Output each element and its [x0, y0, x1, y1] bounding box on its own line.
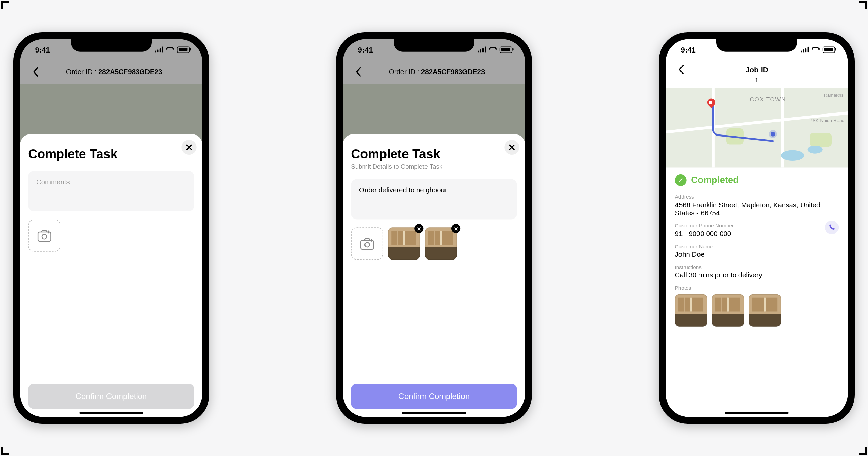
battery-icon: [823, 46, 835, 53]
phone-label: Customer Phone Number: [675, 223, 734, 229]
job-details-body: ✓ Completed Address 4568 Franklin Street…: [666, 168, 848, 336]
sheet-subtitle: Submit Details to Complete Task: [351, 163, 517, 170]
address-label: Address: [675, 194, 839, 200]
add-photo-button[interactable]: [351, 227, 383, 260]
customer-name-label: Customer Name: [675, 244, 839, 249]
notch: [716, 39, 797, 51]
address-value: 4568 Franklin Street, Mapleton, Kansas, …: [675, 201, 839, 217]
add-photo-button[interactable]: [28, 220, 60, 252]
photo-thumbnail[interactable]: ✕: [425, 227, 457, 260]
sheet-title: Complete Task: [28, 147, 194, 162]
sheet-title: Complete Task: [351, 147, 517, 162]
confirm-completion-button[interactable]: Confirm Completion: [351, 384, 517, 409]
instructions-label: Instructions: [675, 264, 839, 270]
destination-point-icon: [771, 132, 775, 137]
svg-point-1: [42, 234, 47, 239]
job-header: Job ID 1: [666, 60, 848, 88]
svg-point-3: [365, 243, 370, 247]
notch: [394, 39, 474, 51]
wifi-icon: [812, 47, 820, 53]
status-row: ✓ Completed: [675, 174, 839, 186]
complete-task-sheet: Complete Task Submit Details to Complete…: [343, 134, 525, 417]
phone-mockup-3: 9:41 Job ID 1: [659, 32, 855, 424]
photo-thumbnail[interactable]: ✕: [388, 227, 420, 260]
instructions-value: Call 30 mins prior to delivery: [675, 271, 839, 279]
svg-rect-2: [361, 240, 373, 249]
status-text: Completed: [691, 175, 739, 186]
map-view[interactable]: COX TOWN Ramakrisi PSK Naidu Road: [666, 88, 848, 168]
home-indicator: [80, 412, 143, 414]
remove-photo-button[interactable]: ✕: [451, 224, 460, 233]
confirm-completion-button[interactable]: Confirm Completion: [28, 384, 194, 409]
back-button[interactable]: [674, 62, 689, 77]
signal-icon: [800, 47, 809, 53]
comments-input[interactable]: Order delivered to neighbour: [351, 179, 517, 220]
call-button[interactable]: [825, 221, 839, 234]
status-icons: [800, 46, 835, 53]
complete-task-sheet: Complete Task Comments Confirm Completio…: [20, 134, 202, 417]
customer-name-value: John Doe: [675, 250, 839, 258]
home-indicator: [725, 412, 789, 414]
photo-thumbnail[interactable]: [712, 294, 744, 327]
route-line: [710, 102, 790, 148]
close-button[interactable]: [504, 140, 519, 155]
remove-photo-button[interactable]: ✕: [414, 224, 423, 233]
job-id-value: 1: [674, 77, 840, 83]
map-road-label: PSK Naidu Road: [810, 118, 845, 123]
phone-value: 91 - 9000 000 000: [675, 230, 734, 238]
home-indicator: [402, 412, 466, 414]
phone-mockup-2: 9:41 Order ID : 282A5CF983GDE23: [336, 32, 532, 424]
status-time: 9:41: [681, 45, 696, 54]
map-road-label: Ramakrisi: [824, 93, 844, 98]
svg-rect-0: [38, 232, 51, 241]
job-id-title: Job ID: [689, 65, 825, 74]
close-button[interactable]: [181, 140, 196, 155]
photo-thumbnail[interactable]: [749, 294, 781, 327]
photo-thumbnail[interactable]: [675, 294, 707, 327]
photos-label: Photos: [675, 285, 839, 291]
comments-input[interactable]: Comments: [28, 171, 194, 211]
map-area-label: COX TOWN: [750, 96, 786, 103]
check-icon: ✓: [675, 174, 687, 186]
phone-mockup-1: 9:41 Order ID : 282A5CF983GDE23: [13, 32, 209, 424]
notch: [71, 39, 152, 51]
